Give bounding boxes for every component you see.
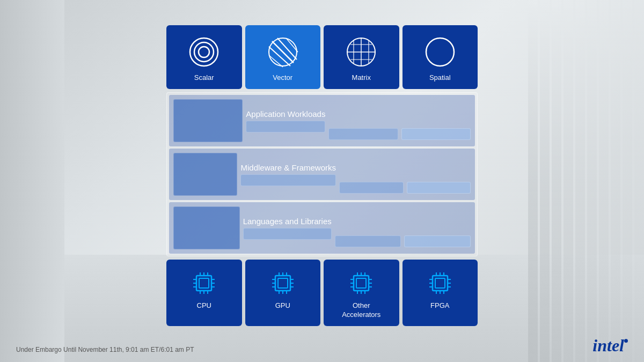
app-cell-2-wrapper: Application Workloads: [246, 99, 325, 142]
lang-cell-1: [173, 206, 240, 249]
diagram-grid: Scalar Vector: [166, 25, 478, 326]
intel-dot: [624, 339, 628, 343]
vector-card[interactable]: Vector: [245, 25, 321, 89]
middleware-row: Middleware & Frameworks: [169, 149, 475, 200]
other-acc-icon: [347, 269, 375, 297]
mw-cell-3-wrapper: [339, 153, 403, 196]
svg-rect-20: [199, 278, 209, 288]
app-subcell-1: [246, 121, 325, 132]
other-acc-card[interactable]: OtherAccelerators: [324, 260, 399, 326]
vector-label: Vector: [273, 73, 292, 82]
embargo-notice: Under Embargo Until November 11th, 9:01 …: [16, 346, 194, 353]
matrix-icon: [345, 36, 377, 68]
svg-point-2: [199, 47, 209, 57]
top-icon-row: Scalar Vector: [166, 25, 478, 89]
mw-cell-2-wrapper: Middleware & Frameworks: [240, 153, 336, 196]
hardware-row: CPU: [166, 260, 478, 326]
app-workloads-row: Application Workloads: [169, 95, 475, 146]
embargo-text: Under Embargo Until November 11th, 9:01 …: [16, 346, 194, 353]
app-cell-4-wrapper: [401, 99, 471, 142]
svg-point-18: [426, 38, 454, 66]
matrix-card[interactable]: Matrix: [324, 25, 399, 89]
lang-cell-4-wrapper: [404, 206, 471, 249]
scalar-label: Scalar: [194, 73, 214, 82]
fpga-label: FPGA: [430, 301, 449, 311]
fpga-icon: [426, 269, 454, 297]
mw-subcell-1: [240, 174, 336, 186]
spatial-label: Spatial: [429, 73, 451, 82]
scalar-icon: [188, 36, 220, 68]
app-cell-3-wrapper: [328, 99, 398, 142]
cpu-label: CPU: [197, 301, 211, 311]
app-subcell-2: [328, 128, 398, 140]
svg-point-1: [194, 42, 214, 62]
cpu-icon: [190, 269, 218, 297]
fpga-card[interactable]: FPGA: [402, 260, 478, 326]
lang-subcell-1: [243, 228, 332, 240]
mw-subcell-3: [407, 182, 471, 194]
lang-cell-3-wrapper: [335, 206, 401, 249]
scalar-card[interactable]: Scalar: [166, 25, 242, 89]
matrix-label: Matrix: [352, 73, 371, 82]
app-subcell-3: [401, 128, 471, 140]
lang-subcell-2: [335, 235, 401, 247]
intel-logo: intel: [592, 336, 628, 356]
languages-row: Languages and Libraries: [169, 202, 475, 254]
other-acc-label: OtherAccelerators: [342, 301, 380, 320]
main-content: Scalar Vector: [0, 0, 644, 362]
lang-cell-2-wrapper: Languages and Libraries: [243, 206, 332, 249]
intel-logo-text: intel: [592, 336, 624, 355]
middle-section: Application Workloads Middleware & Frame…: [166, 92, 478, 256]
lang-subcell-3: [404, 235, 471, 247]
app-cell-1: [173, 99, 243, 142]
languages-label: Languages and Libraries: [243, 217, 332, 226]
gpu-label: GPU: [275, 301, 290, 311]
middleware-label: Middleware & Frameworks: [240, 163, 336, 172]
svg-rect-62: [435, 278, 445, 288]
mw-cell-4-wrapper: [407, 153, 471, 196]
spatial-icon: [424, 36, 456, 68]
mw-cell-1: [173, 153, 237, 196]
gpu-card[interactable]: GPU: [245, 260, 321, 326]
spatial-card[interactable]: Spatial: [402, 25, 478, 89]
svg-rect-48: [356, 278, 366, 288]
app-workloads-label: Application Workloads: [246, 109, 325, 119]
cpu-card[interactable]: CPU: [166, 260, 242, 326]
svg-rect-34: [278, 278, 288, 288]
mw-subcell-2: [339, 182, 403, 194]
gpu-icon: [269, 269, 297, 297]
vector-icon: [267, 36, 299, 68]
